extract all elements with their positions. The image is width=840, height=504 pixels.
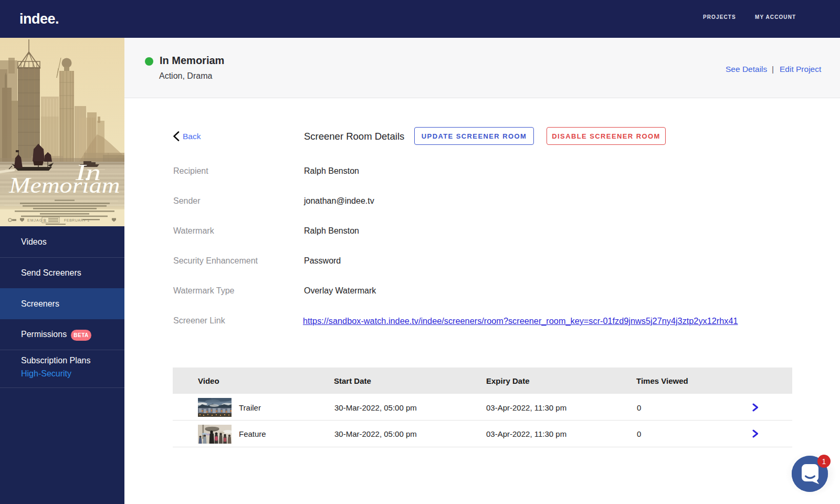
svg-text:R: R (44, 218, 47, 223)
svg-text:Memoriam: Memoriam (8, 173, 120, 197)
svg-text:EMJAG: EMJAG (27, 218, 43, 222)
